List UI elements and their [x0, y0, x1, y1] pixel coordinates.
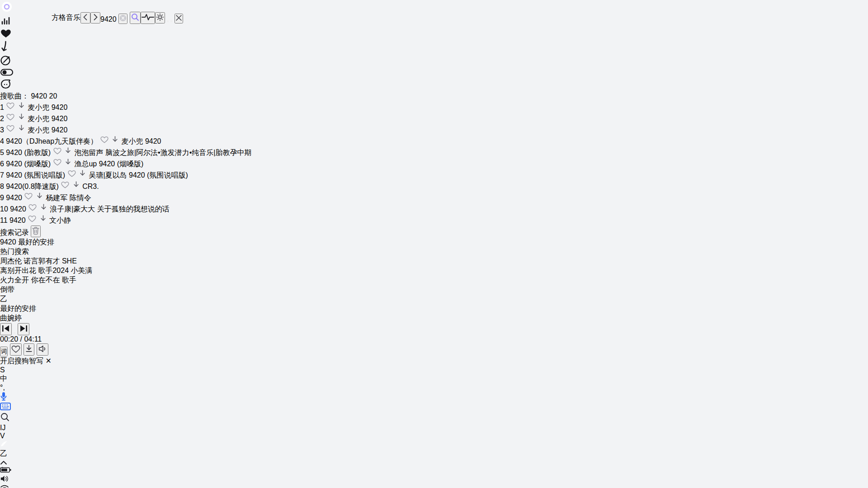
close-icon[interactable]: ✕ — [45, 357, 51, 365]
hot-search-tag[interactable]: 周杰伦 — [0, 257, 22, 265]
download-icon[interactable] — [17, 115, 26, 122]
song-album[interactable]: 陈情令 — [70, 194, 91, 202]
clear-search-button[interactable] — [118, 14, 127, 24]
song-artist[interactable]: 麦小兜 — [28, 103, 49, 111]
sogou-logo-icon[interactable]: S — [0, 366, 868, 374]
hot-search-tag[interactable]: 倒带 — [0, 286, 14, 293]
song-artist[interactable]: 麦小兜 — [28, 115, 49, 122]
hot-search-tag[interactable]: 你在不在 — [31, 276, 60, 284]
nav-forward-button[interactable] — [90, 12, 100, 23]
favorite-icon[interactable] — [28, 205, 37, 213]
volume-button[interactable] — [37, 343, 48, 356]
clear-history-button[interactable] — [31, 225, 41, 237]
history-tag[interactable]: 9420 — [0, 238, 16, 246]
hot-search-tag[interactable]: 诺言郭有才 — [24, 257, 60, 265]
song-album[interactable]: 9420 — [52, 126, 68, 134]
search-input[interactable]: 9420 — [100, 12, 141, 24]
download-icon[interactable] — [17, 126, 26, 134]
hot-search-tag[interactable]: 歌手2024 — [38, 267, 69, 274]
previous-button[interactable] — [0, 323, 12, 335]
now-playing-artist[interactable]: 曲婉婷 — [0, 314, 868, 323]
minimize-button[interactable] — [167, 20, 169, 22]
next-button[interactable] — [18, 323, 29, 335]
song-row[interactable]: 3 麦小兜 9420 — [0, 124, 868, 135]
song-row[interactable]: 7 9420 (氛围说唱版) 吴瑭|夏以岛 9420 (氛围说唱版) — [0, 169, 868, 180]
song-row[interactable]: 9 9420 杨建军 陈情令 — [0, 192, 868, 203]
nav-back-button[interactable] — [80, 12, 90, 23]
feedback-float-button[interactable]: 乙 — [0, 295, 868, 304]
favorite-icon[interactable] — [24, 194, 33, 202]
download-icon[interactable] — [111, 137, 119, 145]
taskbar-search-button[interactable] — [0, 412, 868, 424]
listen-recognize-button[interactable] — [141, 12, 155, 24]
battery-icon[interactable] — [0, 467, 868, 475]
song-album[interactable]: 9420 (氛围说唱版) — [129, 171, 188, 179]
tray-speaker-icon[interactable] — [0, 475, 868, 484]
song-album[interactable]: 9420 — [52, 115, 68, 122]
song-artist[interactable]: 杨建军 — [46, 194, 67, 202]
wifi-icon[interactable] — [0, 484, 868, 488]
download-icon[interactable] — [39, 216, 47, 224]
pause-button[interactable] — [14, 332, 15, 334]
app-logo[interactable]: 方格音乐 — [33, 11, 80, 24]
favorite-icon[interactable] — [53, 160, 62, 168]
download-icon[interactable] — [72, 183, 80, 190]
search-button[interactable] — [130, 12, 141, 24]
song-row[interactable]: 11 9420 文小静 — [0, 214, 868, 225]
song-row[interactable]: 8 9420(0.8降速版) CR3. — [0, 180, 868, 192]
hot-search-tag[interactable]: 小美满 — [71, 267, 93, 274]
taskbar-app-intellij[interactable]: IJ — [0, 424, 868, 432]
song-artist[interactable]: 文小静 — [49, 216, 71, 224]
sidebar-item-recent[interactable] — [0, 41, 868, 54]
close-button[interactable] — [175, 14, 183, 23]
favorite-button[interactable] — [10, 343, 22, 356]
taskbar-app-bird[interactable] — [0, 440, 868, 449]
ime-keyboard-icon[interactable] — [0, 403, 868, 412]
download-icon[interactable] — [39, 205, 48, 213]
taskbar-app-v[interactable]: V — [0, 432, 868, 440]
song-artist[interactable]: 浪子康|豪大大 — [50, 205, 95, 213]
download-icon[interactable] — [35, 194, 44, 202]
settings-button[interactable] — [155, 12, 165, 23]
download-button[interactable] — [24, 343, 34, 356]
download-icon[interactable] — [64, 149, 72, 156]
hot-search-tag[interactable]: SHE — [62, 257, 77, 265]
song-row[interactable]: 10 9420 浪子康|豪大大 关于孤独的我想说的话 — [0, 203, 868, 214]
song-album[interactable]: 9420 — [52, 103, 68, 111]
sidebar-item-mode-toggle[interactable] — [0, 68, 868, 79]
download-icon[interactable] — [78, 171, 87, 179]
sidebar-item-feedback[interactable] — [0, 79, 868, 92]
favorite-icon[interactable] — [6, 103, 15, 111]
ime-punctuation-icon[interactable]: °, — [0, 384, 868, 392]
favorite-icon[interactable] — [61, 183, 70, 190]
song-artist[interactable]: 麦小兜 — [121, 137, 143, 145]
history-tag[interactable]: 最好的安排 — [18, 238, 54, 246]
maximize-button[interactable] — [170, 20, 172, 22]
lyrics-button[interactable]: 词 — [0, 347, 8, 357]
download-icon[interactable] — [64, 160, 72, 168]
song-artist[interactable]: 麦小兜 — [28, 126, 49, 134]
ime-mic-icon[interactable] — [0, 392, 868, 403]
favorite-icon[interactable] — [28, 216, 37, 224]
song-row[interactable]: 2 麦小兜 9420 — [0, 113, 868, 124]
song-artist[interactable]: CR3. — [82, 183, 99, 190]
song-album[interactable]: 关于孤独的我想说的话 — [97, 205, 170, 213]
song-artist[interactable]: 泡泡留声 — [74, 149, 103, 156]
favorite-icon[interactable] — [67, 171, 76, 179]
song-artist[interactable]: 渔总up — [74, 160, 97, 168]
favorite-icon[interactable] — [6, 126, 15, 134]
favorite-icon[interactable] — [100, 137, 109, 145]
taskbar-app-txc[interactable]: 乙 — [0, 449, 868, 459]
sidebar-item-browse[interactable] — [0, 54, 868, 68]
ime-language-icon[interactable]: 中 — [0, 374, 868, 384]
favorite-icon[interactable] — [6, 115, 15, 122]
song-row[interactable]: 5 9420 (胎教版) 泡泡留声 脑波之旅|阿尔法•激发潜力•纯音乐|胎教孕中… — [0, 146, 868, 158]
song-album[interactable]: 9420 (烟嗓版) — [99, 160, 144, 168]
song-artist[interactable]: 吴瑭|夏以岛 — [89, 171, 127, 179]
favorite-icon[interactable] — [53, 149, 62, 156]
hot-search-tag[interactable]: 离别开出花 — [0, 267, 36, 274]
song-row[interactable]: 4 9420（DJheap九天版伴奏） 麦小兜 9420 — [0, 135, 868, 146]
tray-expand-chevron[interactable] — [0, 459, 868, 467]
song-album[interactable]: 9420 — [145, 137, 161, 145]
song-row[interactable]: 6 9420 (烟嗓版) 渔总up 9420 (烟嗓版) — [0, 158, 868, 169]
